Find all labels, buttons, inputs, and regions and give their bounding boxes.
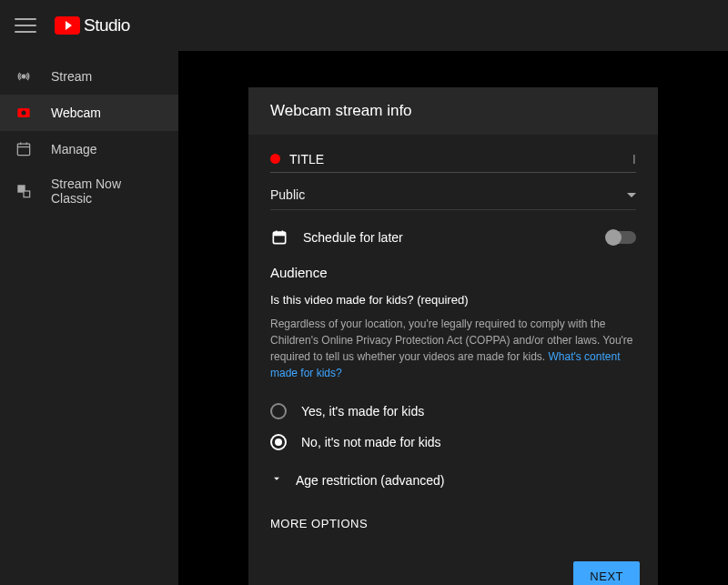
audience-heading: Audience — [270, 265, 636, 280]
radio-icon — [270, 403, 287, 419]
radio-label: Yes, it's made for kids — [301, 404, 424, 419]
classic-icon — [15, 182, 33, 200]
radio-icon — [270, 434, 287, 450]
menu-icon[interactable] — [15, 15, 36, 36]
age-restriction-expander[interactable]: Age restriction (advanced) — [270, 458, 636, 497]
sidebar: Stream Webcam Manage Stream Now Classic — [0, 51, 178, 585]
svg-rect-3 — [17, 144, 29, 156]
youtube-studio-logo[interactable]: Studio — [55, 15, 130, 35]
radio-label: No, it's not made for kids — [301, 435, 441, 449]
svg-point-0 — [22, 75, 26, 79]
sidebar-item-label: Stream Now Classic — [51, 177, 164, 206]
svg-rect-8 — [24, 191, 30, 197]
chevron-down-icon — [627, 193, 636, 197]
sidebar-item-manage[interactable]: Manage — [0, 131, 178, 167]
radio-yes-made-for-kids[interactable]: Yes, it's made for kids — [270, 396, 636, 427]
chevron-down-icon — [270, 472, 283, 488]
more-options-button[interactable]: MORE OPTIONS — [270, 497, 636, 550]
privacy-value: Public — [270, 187, 305, 202]
webcam-icon — [15, 104, 33, 122]
radio-no-not-for-kids[interactable]: No, it's not made for kids — [270, 427, 636, 458]
sidebar-item-label: Manage — [51, 142, 97, 156]
manage-icon — [15, 140, 33, 158]
sidebar-item-label: Webcam — [51, 106, 101, 120]
dialog-title: Webcam stream info — [248, 87, 658, 135]
sidebar-item-webcam[interactable]: Webcam — [0, 95, 178, 131]
svg-rect-10 — [273, 232, 285, 236]
privacy-select[interactable]: Public — [270, 173, 636, 210]
next-button[interactable]: NEXT — [573, 561, 640, 585]
schedule-toggle[interactable] — [607, 231, 636, 244]
schedule-row: Schedule for later — [270, 210, 636, 265]
age-restriction-label: Age restriction (advanced) — [296, 473, 444, 488]
content-area: Webcam stream info I Public Schedule for… — [178, 51, 728, 585]
text-cursor-icon: I — [632, 151, 636, 166]
svg-point-2 — [22, 111, 26, 116]
audience-question: Is this video made for kids? (required) — [270, 293, 636, 307]
sidebar-item-stream[interactable]: Stream — [0, 58, 178, 95]
title-field[interactable]: I — [270, 151, 636, 173]
youtube-icon — [55, 16, 80, 35]
brand-text: Studio — [84, 15, 130, 35]
app-header: Studio — [0, 0, 728, 51]
schedule-label: Schedule for later — [303, 230, 592, 245]
sidebar-item-label: Stream — [51, 69, 92, 84]
audience-help-text: Regardless of your location, you're lega… — [270, 316, 636, 381]
title-input[interactable] — [289, 152, 614, 166]
record-dot-icon — [270, 154, 280, 164]
webcam-stream-info-dialog: Webcam stream info I Public Schedule for… — [248, 87, 658, 585]
stream-icon — [15, 67, 33, 86]
calendar-icon — [270, 228, 288, 247]
sidebar-item-stream-now-classic[interactable]: Stream Now Classic — [0, 167, 178, 215]
